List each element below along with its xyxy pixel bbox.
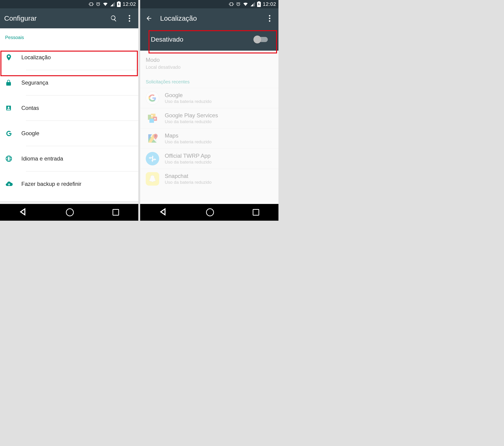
app-name: Official TWRP App — [165, 153, 212, 159]
mode-title: Modo — [146, 57, 273, 63]
battery-charging-icon — [257, 1, 261, 7]
app-subtitle: Uso da bateria reduzido — [165, 119, 218, 124]
vibrate-icon — [229, 2, 234, 7]
nav-back-button[interactable] — [160, 208, 167, 217]
section-header-pessoais: Pessoais — [0, 28, 138, 45]
status-time: 12:02 — [263, 1, 276, 7]
location-pin-icon — [5, 54, 13, 61]
app-subtitle: Uso da bateria reduzido — [165, 139, 212, 144]
svg-point-2 — [129, 20, 130, 22]
setting-label: Google — [21, 130, 39, 136]
recent-app-google[interactable]: Google Uso da bateria reduzido — [140, 88, 278, 108]
location-body: Modo Local desativado Solicitações recen… — [140, 51, 278, 204]
mode-subtitle: Local desativado — [146, 65, 273, 70]
svg-point-6 — [151, 115, 153, 116]
status-time: 12:02 — [123, 1, 136, 7]
svg-point-3 — [269, 15, 270, 17]
snapchat-icon — [146, 172, 159, 186]
phone-location: 12:02 Localização Desativado Modo Local … — [140, 0, 278, 221]
setting-item-localizacao[interactable]: Localização — [0, 45, 138, 70]
svg-point-1 — [129, 18, 130, 19]
svg-point-8 — [155, 135, 156, 136]
vibrate-icon — [89, 2, 94, 7]
page-title: Configurar — [4, 14, 103, 22]
back-button[interactable] — [144, 14, 154, 23]
nav-home-button[interactable] — [206, 208, 214, 216]
account-box-icon — [5, 105, 12, 112]
cell-signal-icon — [250, 2, 255, 7]
setting-item-seguranca[interactable]: Segurança — [0, 70, 138, 95]
globe-icon — [5, 155, 13, 162]
svg-point-5 — [269, 20, 270, 22]
setting-label: Idioma e entrada — [21, 155, 63, 162]
nav-recents-button[interactable] — [112, 209, 119, 215]
setting-label: Contas — [21, 105, 39, 111]
setting-item-contas[interactable]: Contas — [0, 96, 138, 120]
app-name: Maps — [165, 132, 212, 139]
page-title: Localização — [160, 14, 258, 22]
location-master-toggle-row: Desativado — [140, 28, 278, 51]
app-bar: Configurar — [0, 8, 138, 28]
more-vert-icon — [128, 15, 130, 22]
svg-point-4 — [269, 18, 270, 19]
nav-back-button[interactable] — [19, 208, 27, 217]
status-bar: 12:02 — [140, 0, 278, 8]
maps-icon — [146, 132, 159, 145]
google-g-icon — [5, 130, 13, 137]
lock-icon — [5, 79, 12, 86]
location-toggle-switch[interactable] — [254, 37, 268, 42]
section-end-divider — [0, 201, 138, 204]
alarm-icon — [96, 2, 101, 7]
recent-app-snapchat[interactable]: Snapchat Uso da bateria reduzido — [140, 169, 278, 189]
app-subtitle: Uso da bateria reduzido — [165, 180, 212, 185]
recent-app-twrp[interactable]: Official TWRP App Uso da bateria reduzid… — [140, 148, 278, 169]
search-button[interactable] — [109, 14, 118, 23]
setting-label: Fazer backup e redefinir — [21, 181, 81, 187]
google-app-icon — [146, 91, 159, 105]
phone-settings: 12:02 Configurar Pessoais Localização Se… — [0, 0, 138, 221]
app-subtitle: Uso da bateria reduzido — [165, 99, 212, 104]
navigation-bar — [140, 204, 278, 221]
app-name: Google Play Services — [165, 112, 218, 119]
twrp-icon — [146, 152, 159, 165]
nav-recents-button[interactable] — [253, 209, 259, 215]
wifi-icon — [243, 2, 248, 7]
more-vert-icon — [269, 15, 270, 22]
setting-item-backup[interactable]: Fazer backup e redefinir — [0, 172, 138, 196]
cell-signal-icon — [110, 2, 115, 7]
setting-item-mode[interactable]: Modo Local desativado — [140, 51, 278, 77]
overflow-menu-button[interactable] — [125, 14, 134, 23]
alarm-icon — [236, 2, 241, 7]
disabled-content: Modo Local desativado Solicitações recen… — [140, 51, 278, 189]
app-subtitle: Uso da bateria reduzido — [165, 160, 212, 165]
wifi-icon — [103, 2, 108, 7]
play-services-icon — [146, 112, 159, 125]
app-bar: Localização — [140, 8, 278, 28]
section-header-recent: Solicitações recentes — [140, 77, 278, 88]
setting-label: Localização — [21, 54, 51, 61]
battery-charging-icon — [117, 1, 121, 7]
cloud-upload-icon — [5, 180, 13, 188]
app-name: Snapchat — [165, 173, 212, 179]
status-bar: 12:02 — [0, 0, 138, 8]
toggle-label: Desativado — [151, 36, 254, 43]
nav-home-button[interactable] — [66, 208, 74, 216]
recent-app-play-services[interactable]: Google Play Services Uso da bateria redu… — [140, 108, 278, 128]
setting-item-idioma[interactable]: Idioma e entrada — [0, 146, 138, 171]
app-name: Google — [165, 92, 212, 98]
navigation-bar — [0, 204, 138, 221]
svg-point-7 — [154, 118, 156, 120]
svg-point-0 — [129, 15, 130, 17]
arrow-back-icon — [145, 15, 152, 22]
recent-app-maps[interactable]: Maps Uso da bateria reduzido — [140, 128, 278, 148]
search-icon — [110, 15, 117, 22]
setting-label: Segurança — [21, 79, 48, 86]
overflow-menu-button[interactable] — [265, 14, 274, 23]
setting-item-google[interactable]: Google — [0, 121, 138, 146]
